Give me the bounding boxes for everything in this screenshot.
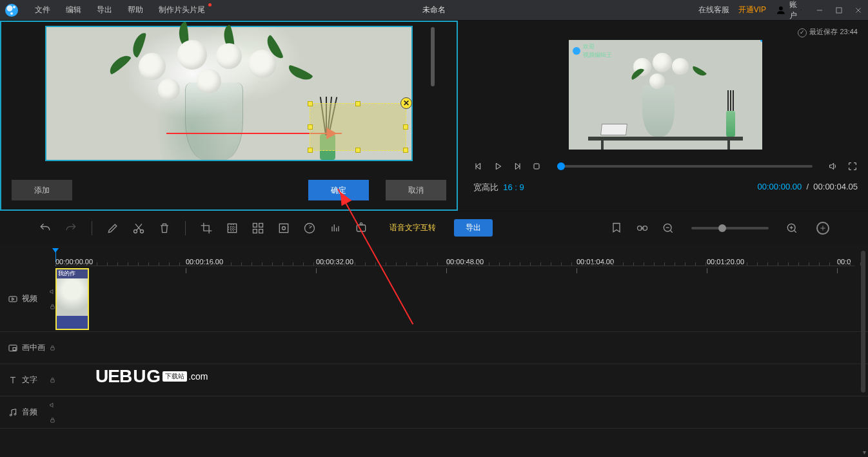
menu-export[interactable]: 导出 xyxy=(89,5,120,15)
svg-rect-23 xyxy=(51,347,55,350)
account-menu[interactable]: 账户 xyxy=(775,0,802,21)
online-customer-service-link[interactable]: 在线客服 xyxy=(698,5,729,15)
total-time: 00:00:04.05 xyxy=(813,182,858,191)
zoom-slider[interactable] xyxy=(691,227,769,229)
svg-point-11 xyxy=(282,226,286,229)
svg-rect-6 xyxy=(253,223,257,227)
crop-button[interactable] xyxy=(200,222,213,235)
svg-rect-22 xyxy=(13,347,16,350)
preview-watermark-icon: 欢迎视频编辑王 xyxy=(573,43,612,59)
pip-track-icon xyxy=(8,343,18,353)
aspect-ratio[interactable]: 宽高比 16 : 9 xyxy=(473,182,524,193)
menu-help[interactable]: 帮助 xyxy=(120,5,151,15)
svg-rect-8 xyxy=(253,229,257,233)
audio-track-icon xyxy=(8,407,18,418)
minimize-icon[interactable] xyxy=(815,6,824,15)
video-clip[interactable]: 我的作 xyxy=(55,268,89,330)
add-button[interactable]: 添加 xyxy=(12,180,72,200)
main-menu: 文件 编辑 导出 帮助 制作片头片尾 xyxy=(27,5,213,15)
svg-point-0 xyxy=(779,6,783,10)
svg-rect-7 xyxy=(259,223,263,227)
link-button[interactable] xyxy=(636,222,649,235)
project-title: 未命名 xyxy=(422,5,446,15)
mute-icon[interactable] xyxy=(49,402,56,409)
text-track[interactable]: 文字 xyxy=(0,364,868,396)
ruler-tick: 00:00:32.00 xyxy=(316,258,353,266)
timeline: 00:00:00.00 00:00:16.00 00:00:32.00 00:0… xyxy=(0,244,868,457)
frame-button[interactable] xyxy=(277,222,290,235)
svg-rect-9 xyxy=(259,229,263,233)
svg-rect-27 xyxy=(51,420,55,422)
speed-button[interactable] xyxy=(303,222,316,235)
marker-button[interactable] xyxy=(610,222,623,235)
time-display: 00:00:00.00 / 00:00:04.05 xyxy=(758,182,858,193)
menu-file[interactable]: 文件 xyxy=(27,5,58,15)
lock-icon[interactable] xyxy=(49,376,56,384)
timeline-scrollbar[interactable] xyxy=(861,251,865,393)
svg-rect-10 xyxy=(279,224,288,232)
mosaic-button[interactable] xyxy=(226,222,239,235)
prev-frame-button[interactable] xyxy=(473,161,484,171)
clip-label: 我的作 xyxy=(57,269,88,278)
ratio-label: 宽高比 xyxy=(473,182,498,192)
lock-icon[interactable] xyxy=(49,344,56,351)
scroll-down-icon[interactable]: ▾ xyxy=(863,449,866,456)
zoom-fit-button[interactable]: ＋ xyxy=(816,222,829,235)
stop-button[interactable] xyxy=(531,161,542,171)
confirm-button[interactable]: 确定 xyxy=(308,180,369,200)
delete-mosaic-icon[interactable]: ✕ xyxy=(400,97,412,109)
video-track-label: 视频 xyxy=(22,293,37,304)
canvas-scrollbar[interactable] xyxy=(431,27,435,86)
delete-button[interactable] xyxy=(158,222,171,235)
text-to-speech-button[interactable]: 语音文字互转 xyxy=(390,222,436,233)
text-track-icon xyxy=(8,375,18,385)
svg-rect-5 xyxy=(228,224,236,232)
undo-button[interactable] xyxy=(39,222,52,235)
open-vip-link[interactable]: 开通VIP xyxy=(738,5,766,15)
playback-slider[interactable] xyxy=(557,165,813,168)
maximize-icon[interactable] xyxy=(834,6,843,15)
grid-button[interactable] xyxy=(252,222,264,235)
user-icon xyxy=(775,5,787,16)
record-button[interactable] xyxy=(355,222,368,235)
account-label: 账户 xyxy=(789,0,797,21)
audio-track[interactable]: 音频 xyxy=(0,396,868,429)
menu-edit[interactable]: 编辑 xyxy=(58,5,89,15)
menu-make-intro-outro[interactable]: 制作片头片尾 xyxy=(151,5,213,15)
autosave-status: 最近保存 23:44 xyxy=(473,27,858,37)
cut-button[interactable] xyxy=(132,222,145,235)
play-button[interactable] xyxy=(493,161,503,171)
edit-toolbar: 语音文字互转 导出 ＋ xyxy=(0,211,868,244)
lock-icon[interactable] xyxy=(49,416,56,423)
pen-button[interactable] xyxy=(106,222,119,235)
ruler-tick: 00:00:00.00 xyxy=(55,258,93,266)
video-track[interactable]: 视频 我的作 xyxy=(0,266,868,332)
app-logo-icon xyxy=(5,4,18,17)
volume-button[interactable] xyxy=(828,161,838,171)
close-icon[interactable] xyxy=(854,6,863,15)
redo-button[interactable] xyxy=(64,222,77,235)
audio-track-label: 音频 xyxy=(22,407,37,418)
timeline-ruler[interactable]: 00:00:00.00 00:00:16.00 00:00:32.00 00:0… xyxy=(55,244,855,266)
video-track-icon xyxy=(8,294,18,304)
svg-rect-13 xyxy=(357,225,365,231)
audio-fx-button[interactable] xyxy=(329,222,342,235)
next-frame-button[interactable] xyxy=(512,161,522,171)
zoom-in-button[interactable] xyxy=(785,222,798,235)
fullscreen-button[interactable] xyxy=(847,161,858,171)
svg-rect-2 xyxy=(534,164,539,169)
export-button[interactable]: 导出 xyxy=(454,219,493,237)
ratio-value: 16 : 9 xyxy=(503,182,524,192)
mosaic-canvas[interactable]: ✕ xyxy=(45,26,413,161)
mosaic-selection-box[interactable]: ✕ xyxy=(310,103,406,151)
chevron-down-icon xyxy=(800,7,802,14)
top-menu-bar: 文件 编辑 导出 帮助 制作片头片尾 未命名 在线客服 开通VIP 账户 xyxy=(0,0,868,21)
svg-rect-19 xyxy=(9,297,17,302)
ruler-tick: 00:00:16.00 xyxy=(186,258,223,266)
video-preview[interactable]: 欢迎视频编辑王 xyxy=(569,40,762,150)
zoom-out-button[interactable] xyxy=(662,222,675,235)
mosaic-editor-panel: ✕ 添加 确定 取消 xyxy=(0,21,458,211)
cancel-button[interactable]: 取消 xyxy=(386,180,446,200)
pip-track[interactable]: 画中画 xyxy=(0,332,868,364)
svg-rect-20 xyxy=(51,306,55,309)
